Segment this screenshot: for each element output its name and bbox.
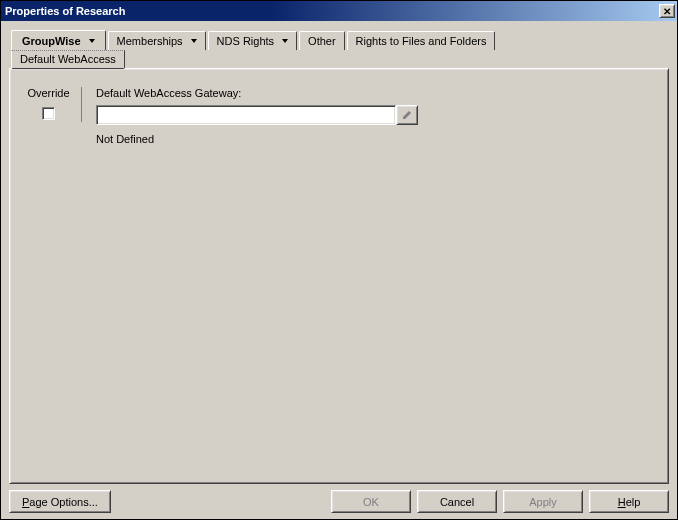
browse-button[interactable] (396, 105, 418, 125)
tab-label: GroupWise (22, 35, 81, 47)
override-label: Override (26, 87, 71, 99)
button-label-rest: elp (626, 496, 641, 508)
subtab-default-webaccess[interactable]: Default WebAccess (11, 50, 125, 69)
button-label: OK (363, 496, 379, 508)
tab-memberships[interactable]: Memberships (108, 31, 206, 50)
tab-other[interactable]: Other (299, 31, 345, 50)
ok-button[interactable]: OK (331, 490, 411, 513)
subtabs-row: Default WebAccess (11, 50, 669, 69)
field-column: Default WebAccess Gateway: Not Defined (82, 87, 652, 145)
chevron-down-icon (282, 39, 288, 43)
gateway-status: Not Defined (96, 133, 652, 145)
override-checkbox[interactable] (42, 107, 55, 120)
cancel-button[interactable]: Cancel (417, 490, 497, 513)
content-area: GroupWise Memberships NDS Rights Other R… (1, 21, 677, 519)
spacer (117, 490, 325, 513)
tab-groupwise[interactable]: GroupWise (11, 30, 106, 51)
chevron-down-icon (89, 39, 95, 43)
pencil-icon (401, 109, 413, 121)
button-row: Page Options... OK Cancel Apply Help (9, 484, 669, 513)
properties-window: Properties of Research ✕ GroupWise Membe… (0, 0, 678, 520)
override-column: Override (26, 87, 82, 122)
window-title: Properties of Research (5, 5, 659, 17)
button-label: Apply (529, 496, 557, 508)
close-button[interactable]: ✕ (659, 4, 675, 18)
close-icon: ✕ (663, 6, 671, 17)
button-label-rest: age Options... (29, 496, 98, 508)
tabs-row: GroupWise Memberships NDS Rights Other R… (11, 29, 669, 50)
tab-label: Memberships (117, 35, 183, 47)
chevron-down-icon (191, 39, 197, 43)
apply-button[interactable]: Apply (503, 490, 583, 513)
tab-label: NDS Rights (217, 35, 274, 47)
gateway-label: Default WebAccess Gateway: (96, 87, 652, 99)
tab-nds-rights[interactable]: NDS Rights (208, 31, 297, 50)
tab-label: Rights to Files and Folders (356, 35, 487, 47)
tab-area: GroupWise Memberships NDS Rights Other R… (9, 29, 669, 484)
panel: Override Default WebAccess Gateway: (9, 68, 669, 484)
button-label: Cancel (440, 496, 474, 508)
titlebar: Properties of Research ✕ (1, 1, 677, 21)
tab-rights-files-folders[interactable]: Rights to Files and Folders (347, 31, 496, 50)
subtab-label: Default WebAccess (20, 53, 116, 65)
help-button[interactable]: Help (589, 490, 669, 513)
page-options-button[interactable]: Page Options... (9, 490, 111, 513)
form-row: Override Default WebAccess Gateway: (26, 87, 652, 145)
tab-label: Other (308, 35, 336, 47)
gateway-input-row (96, 105, 652, 125)
mnemonic: H (618, 496, 626, 508)
gateway-input[interactable] (96, 105, 396, 125)
